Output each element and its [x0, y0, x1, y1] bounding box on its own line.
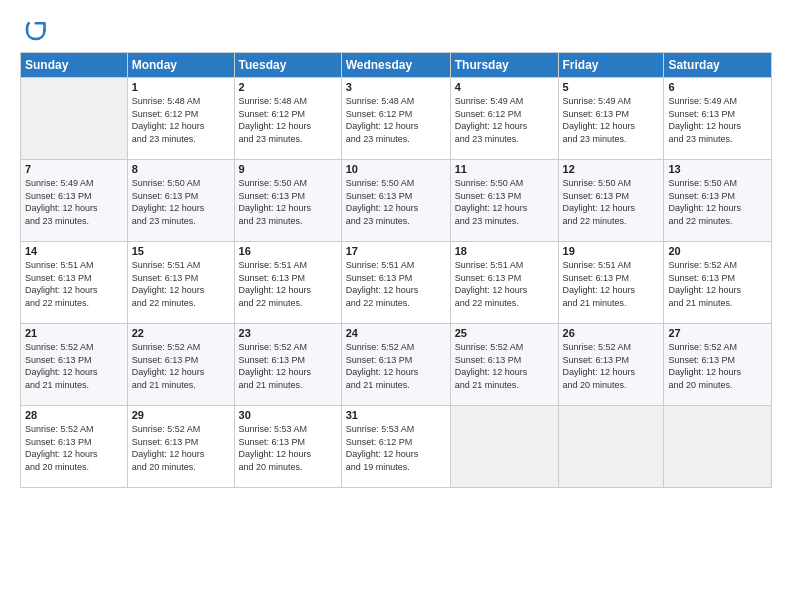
- day-number: 28: [25, 409, 123, 421]
- calendar-cell: 8Sunrise: 5:50 AM Sunset: 6:13 PM Daylig…: [127, 160, 234, 242]
- day-number: 31: [346, 409, 446, 421]
- logo-icon: [20, 18, 48, 46]
- week-row-4: 21Sunrise: 5:52 AM Sunset: 6:13 PM Dayli…: [21, 324, 772, 406]
- day-number: 19: [563, 245, 660, 257]
- day-number: 11: [455, 163, 554, 175]
- day-number: 1: [132, 81, 230, 93]
- day-info: Sunrise: 5:48 AM Sunset: 6:12 PM Dayligh…: [346, 95, 446, 145]
- calendar-cell: 3Sunrise: 5:48 AM Sunset: 6:12 PM Daylig…: [341, 78, 450, 160]
- day-info: Sunrise: 5:49 AM Sunset: 6:12 PM Dayligh…: [455, 95, 554, 145]
- logo: [20, 18, 52, 46]
- calendar-cell: 28Sunrise: 5:52 AM Sunset: 6:13 PM Dayli…: [21, 406, 128, 488]
- weekday-header-saturday: Saturday: [664, 53, 772, 78]
- calendar-header: SundayMondayTuesdayWednesdayThursdayFrid…: [21, 53, 772, 78]
- day-number: 29: [132, 409, 230, 421]
- day-info: Sunrise: 5:52 AM Sunset: 6:13 PM Dayligh…: [132, 423, 230, 473]
- day-number: 13: [668, 163, 767, 175]
- calendar-cell: 18Sunrise: 5:51 AM Sunset: 6:13 PM Dayli…: [450, 242, 558, 324]
- calendar-cell: [664, 406, 772, 488]
- weekday-row: SundayMondayTuesdayWednesdayThursdayFrid…: [21, 53, 772, 78]
- day-info: Sunrise: 5:50 AM Sunset: 6:13 PM Dayligh…: [132, 177, 230, 227]
- weekday-header-wednesday: Wednesday: [341, 53, 450, 78]
- day-info: Sunrise: 5:52 AM Sunset: 6:13 PM Dayligh…: [346, 341, 446, 391]
- day-info: Sunrise: 5:50 AM Sunset: 6:13 PM Dayligh…: [346, 177, 446, 227]
- day-number: 3: [346, 81, 446, 93]
- day-info: Sunrise: 5:51 AM Sunset: 6:13 PM Dayligh…: [346, 259, 446, 309]
- day-info: Sunrise: 5:52 AM Sunset: 6:13 PM Dayligh…: [563, 341, 660, 391]
- calendar-container: SundayMondayTuesdayWednesdayThursdayFrid…: [0, 0, 792, 498]
- calendar-cell: 30Sunrise: 5:53 AM Sunset: 6:13 PM Dayli…: [234, 406, 341, 488]
- day-number: 26: [563, 327, 660, 339]
- calendar-cell: 25Sunrise: 5:52 AM Sunset: 6:13 PM Dayli…: [450, 324, 558, 406]
- calendar-cell: 17Sunrise: 5:51 AM Sunset: 6:13 PM Dayli…: [341, 242, 450, 324]
- calendar-cell: [558, 406, 664, 488]
- day-info: Sunrise: 5:51 AM Sunset: 6:13 PM Dayligh…: [239, 259, 337, 309]
- day-info: Sunrise: 5:51 AM Sunset: 6:13 PM Dayligh…: [132, 259, 230, 309]
- day-info: Sunrise: 5:52 AM Sunset: 6:13 PM Dayligh…: [668, 341, 767, 391]
- calendar-cell: 23Sunrise: 5:52 AM Sunset: 6:13 PM Dayli…: [234, 324, 341, 406]
- header: [20, 18, 772, 46]
- day-info: Sunrise: 5:48 AM Sunset: 6:12 PM Dayligh…: [239, 95, 337, 145]
- day-info: Sunrise: 5:51 AM Sunset: 6:13 PM Dayligh…: [455, 259, 554, 309]
- calendar-cell: [21, 78, 128, 160]
- week-row-2: 7Sunrise: 5:49 AM Sunset: 6:13 PM Daylig…: [21, 160, 772, 242]
- calendar-cell: 7Sunrise: 5:49 AM Sunset: 6:13 PM Daylig…: [21, 160, 128, 242]
- day-info: Sunrise: 5:49 AM Sunset: 6:13 PM Dayligh…: [25, 177, 123, 227]
- day-info: Sunrise: 5:50 AM Sunset: 6:13 PM Dayligh…: [455, 177, 554, 227]
- calendar-cell: 24Sunrise: 5:52 AM Sunset: 6:13 PM Dayli…: [341, 324, 450, 406]
- day-info: Sunrise: 5:51 AM Sunset: 6:13 PM Dayligh…: [25, 259, 123, 309]
- day-number: 6: [668, 81, 767, 93]
- week-row-5: 28Sunrise: 5:52 AM Sunset: 6:13 PM Dayli…: [21, 406, 772, 488]
- day-info: Sunrise: 5:52 AM Sunset: 6:13 PM Dayligh…: [132, 341, 230, 391]
- calendar-cell: 14Sunrise: 5:51 AM Sunset: 6:13 PM Dayli…: [21, 242, 128, 324]
- day-number: 8: [132, 163, 230, 175]
- day-number: 30: [239, 409, 337, 421]
- day-number: 17: [346, 245, 446, 257]
- calendar-cell: 11Sunrise: 5:50 AM Sunset: 6:13 PM Dayli…: [450, 160, 558, 242]
- weekday-header-tuesday: Tuesday: [234, 53, 341, 78]
- day-number: 12: [563, 163, 660, 175]
- day-info: Sunrise: 5:50 AM Sunset: 6:13 PM Dayligh…: [668, 177, 767, 227]
- day-info: Sunrise: 5:52 AM Sunset: 6:13 PM Dayligh…: [25, 423, 123, 473]
- calendar-cell: 9Sunrise: 5:50 AM Sunset: 6:13 PM Daylig…: [234, 160, 341, 242]
- day-number: 10: [346, 163, 446, 175]
- day-number: 16: [239, 245, 337, 257]
- day-number: 23: [239, 327, 337, 339]
- day-info: Sunrise: 5:50 AM Sunset: 6:13 PM Dayligh…: [563, 177, 660, 227]
- day-number: 21: [25, 327, 123, 339]
- day-number: 7: [25, 163, 123, 175]
- day-number: 2: [239, 81, 337, 93]
- weekday-header-friday: Friday: [558, 53, 664, 78]
- calendar-cell: 16Sunrise: 5:51 AM Sunset: 6:13 PM Dayli…: [234, 242, 341, 324]
- day-info: Sunrise: 5:52 AM Sunset: 6:13 PM Dayligh…: [455, 341, 554, 391]
- day-number: 9: [239, 163, 337, 175]
- day-info: Sunrise: 5:49 AM Sunset: 6:13 PM Dayligh…: [563, 95, 660, 145]
- weekday-header-sunday: Sunday: [21, 53, 128, 78]
- day-info: Sunrise: 5:52 AM Sunset: 6:13 PM Dayligh…: [239, 341, 337, 391]
- week-row-1: 1Sunrise: 5:48 AM Sunset: 6:12 PM Daylig…: [21, 78, 772, 160]
- day-info: Sunrise: 5:48 AM Sunset: 6:12 PM Dayligh…: [132, 95, 230, 145]
- day-number: 4: [455, 81, 554, 93]
- day-number: 25: [455, 327, 554, 339]
- calendar-cell: 4Sunrise: 5:49 AM Sunset: 6:12 PM Daylig…: [450, 78, 558, 160]
- calendar-cell: 29Sunrise: 5:52 AM Sunset: 6:13 PM Dayli…: [127, 406, 234, 488]
- calendar-cell: [450, 406, 558, 488]
- day-info: Sunrise: 5:52 AM Sunset: 6:13 PM Dayligh…: [25, 341, 123, 391]
- calendar-cell: 26Sunrise: 5:52 AM Sunset: 6:13 PM Dayli…: [558, 324, 664, 406]
- calendar-body: 1Sunrise: 5:48 AM Sunset: 6:12 PM Daylig…: [21, 78, 772, 488]
- calendar-cell: 15Sunrise: 5:51 AM Sunset: 6:13 PM Dayli…: [127, 242, 234, 324]
- calendar-cell: 6Sunrise: 5:49 AM Sunset: 6:13 PM Daylig…: [664, 78, 772, 160]
- calendar-cell: 20Sunrise: 5:52 AM Sunset: 6:13 PM Dayli…: [664, 242, 772, 324]
- calendar-cell: 31Sunrise: 5:53 AM Sunset: 6:12 PM Dayli…: [341, 406, 450, 488]
- day-info: Sunrise: 5:51 AM Sunset: 6:13 PM Dayligh…: [563, 259, 660, 309]
- day-number: 20: [668, 245, 767, 257]
- calendar-cell: 12Sunrise: 5:50 AM Sunset: 6:13 PM Dayli…: [558, 160, 664, 242]
- day-number: 18: [455, 245, 554, 257]
- weekday-header-thursday: Thursday: [450, 53, 558, 78]
- calendar-cell: 2Sunrise: 5:48 AM Sunset: 6:12 PM Daylig…: [234, 78, 341, 160]
- calendar-cell: 10Sunrise: 5:50 AM Sunset: 6:13 PM Dayli…: [341, 160, 450, 242]
- calendar-cell: 21Sunrise: 5:52 AM Sunset: 6:13 PM Dayli…: [21, 324, 128, 406]
- week-row-3: 14Sunrise: 5:51 AM Sunset: 6:13 PM Dayli…: [21, 242, 772, 324]
- day-number: 15: [132, 245, 230, 257]
- calendar-cell: 13Sunrise: 5:50 AM Sunset: 6:13 PM Dayli…: [664, 160, 772, 242]
